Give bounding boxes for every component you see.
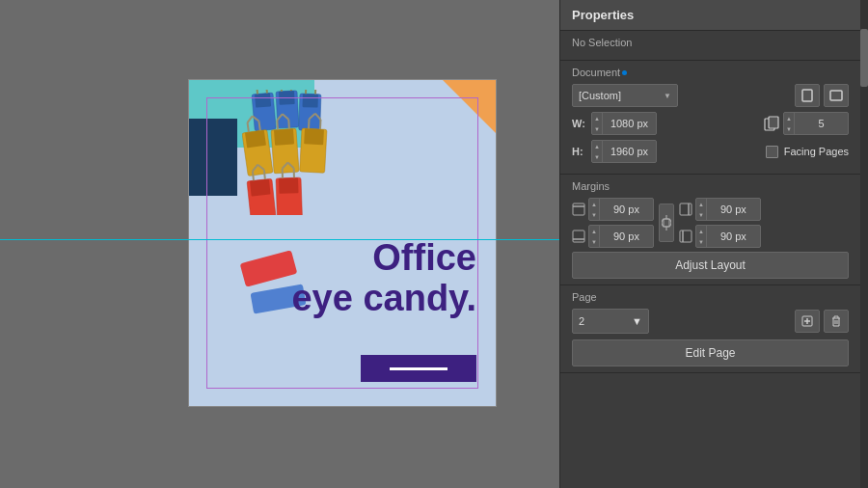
margin-right-up[interactable]: ▲ bbox=[696, 199, 706, 209]
canvas-area: Office eye candy. bbox=[0, 0, 559, 488]
height-up-arrow[interactable]: ▲ bbox=[592, 141, 602, 151]
svg-rect-25 bbox=[274, 128, 294, 145]
svg-line-2 bbox=[257, 90, 258, 94]
height-row: H: ▲ ▼ 1960 px Facing Pages bbox=[572, 140, 849, 163]
width-down-arrow[interactable]: ▼ bbox=[592, 123, 602, 134]
pages-spinner[interactable]: ▲ ▼ 5 bbox=[783, 112, 849, 135]
margin-right-down[interactable]: ▼ bbox=[696, 209, 706, 220]
facing-pages-label: Facing Pages bbox=[784, 146, 849, 157]
margins-link-icon[interactable] bbox=[659, 203, 674, 242]
pages-value: 5 bbox=[795, 118, 848, 129]
svg-line-38 bbox=[253, 171, 254, 180]
height-spinner[interactable]: ▲ ▼ 1960 px bbox=[591, 140, 657, 163]
page-text: Office eye candy. bbox=[291, 238, 476, 319]
width-spinner[interactable]: ▲ ▼ 1080 px bbox=[591, 112, 657, 135]
pages-arrows[interactable]: ▲ ▼ bbox=[784, 113, 795, 134]
svg-line-20 bbox=[248, 122, 249, 132]
svg-line-21 bbox=[258, 121, 259, 130]
margin-bottom-up[interactable]: ▲ bbox=[589, 226, 599, 236]
portrait-icon-btn[interactable] bbox=[795, 84, 820, 107]
purple-bar-line bbox=[390, 367, 448, 370]
clips-svg bbox=[242, 90, 435, 215]
delete-page-button[interactable] bbox=[824, 310, 849, 333]
margin-right-value: 90 px bbox=[707, 203, 760, 215]
add-page-icon bbox=[801, 315, 813, 327]
width-up-arrow[interactable]: ▲ bbox=[592, 113, 602, 123]
page-section-label: Page bbox=[572, 291, 849, 303]
facing-pages-row: Facing Pages bbox=[766, 146, 849, 158]
svg-rect-7 bbox=[279, 91, 295, 105]
margin-right-arrows[interactable]: ▲ ▼ bbox=[696, 199, 707, 220]
width-arrows[interactable]: ▲ ▼ bbox=[592, 113, 603, 134]
margin-top-arrows[interactable]: ▲ ▼ bbox=[589, 199, 600, 220]
horizontal-guide bbox=[0, 239, 559, 240]
pages-icon bbox=[764, 116, 779, 131]
properties-panel: Properties No Selection Document [Custom… bbox=[559, 0, 868, 488]
margins-grid: ▲ ▼ 90 px bbox=[572, 198, 849, 248]
margin-top-spinner[interactable]: ▲ ▼ 90 px bbox=[588, 198, 654, 221]
preset-row: [Custom] ▼ bbox=[572, 84, 849, 107]
no-selection-section: No Selection bbox=[560, 31, 860, 61]
margin-bottom-arrows[interactable]: ▲ ▼ bbox=[589, 226, 600, 247]
margin-top-icon bbox=[572, 203, 585, 216]
margin-left-down[interactable]: ▼ bbox=[696, 236, 706, 247]
adjust-layout-button[interactable]: Adjust Layout bbox=[572, 252, 849, 279]
pages-down-arrow[interactable]: ▼ bbox=[784, 123, 794, 134]
page-select-row: 2 ▼ bbox=[572, 309, 849, 334]
pages-up-arrow[interactable]: ▲ bbox=[784, 113, 794, 123]
margin-left-up[interactable]: ▲ bbox=[696, 226, 706, 236]
width-label: W: bbox=[572, 118, 585, 129]
layout-icons bbox=[795, 84, 849, 107]
margin-bottom-row: ▲ ▼ 90 px bbox=[572, 225, 654, 248]
margin-top-down[interactable]: ▼ bbox=[589, 209, 599, 220]
svg-line-3 bbox=[266, 90, 267, 94]
no-selection-label: No Selection bbox=[572, 37, 849, 48]
delete-page-icon bbox=[830, 315, 842, 327]
document-section-label: Document bbox=[572, 67, 849, 78]
svg-rect-31 bbox=[304, 128, 324, 145]
margin-left-arrows[interactable]: ▲ ▼ bbox=[696, 226, 707, 247]
margin-top-up[interactable]: ▲ bbox=[589, 199, 599, 209]
landscape-icon-btn[interactable] bbox=[824, 84, 849, 107]
purple-bar bbox=[361, 355, 476, 382]
page-number-select[interactable]: 2 ▼ bbox=[572, 309, 649, 334]
landscape-icon bbox=[829, 90, 843, 101]
page-content: Office eye candy. bbox=[189, 80, 496, 406]
margin-left-icon bbox=[679, 230, 692, 243]
margin-top-value: 90 px bbox=[600, 203, 653, 215]
svg-rect-13 bbox=[303, 94, 318, 108]
page-section: Page 2 ▼ bbox=[560, 285, 860, 373]
height-arrows[interactable]: ▲ ▼ bbox=[592, 141, 603, 162]
svg-rect-1 bbox=[255, 93, 271, 107]
facing-pages-checkbox[interactable] bbox=[766, 146, 778, 158]
panel-title: Properties bbox=[560, 0, 868, 31]
height-value: 1960 px bbox=[603, 146, 656, 157]
edit-page-button[interactable]: Edit Page bbox=[572, 339, 849, 366]
blue-rectangle bbox=[189, 119, 237, 196]
scrollbar-thumb[interactable] bbox=[860, 29, 868, 87]
svg-line-39 bbox=[264, 170, 265, 179]
margin-right-spinner[interactable]: ▲ ▼ 90 px bbox=[695, 198, 761, 221]
svg-rect-19 bbox=[245, 130, 266, 149]
margin-bottom-spinner[interactable]: ▲ ▼ 90 px bbox=[588, 225, 654, 248]
page-text-line1: Office bbox=[291, 238, 476, 279]
red-eraser bbox=[240, 250, 298, 286]
height-down-arrow[interactable]: ▼ bbox=[592, 151, 602, 162]
add-page-button[interactable] bbox=[795, 310, 820, 333]
binder-clips bbox=[242, 90, 435, 215]
preset-select[interactable]: [Custom] ▼ bbox=[572, 84, 678, 107]
margin-left-spinner[interactable]: ▲ ▼ 90 px bbox=[695, 225, 761, 248]
svg-rect-43 bbox=[279, 177, 299, 194]
chain-link-icon bbox=[662, 213, 671, 232]
margin-bottom-icon bbox=[572, 230, 585, 243]
margins-left-col: ▲ ▼ 90 px bbox=[572, 198, 654, 248]
orange-triangle bbox=[443, 80, 496, 133]
width-row: W: ▲ ▼ 1080 px ▲ bbox=[572, 112, 849, 135]
panel-scrollbar[interactable] bbox=[860, 0, 868, 488]
page-select-chevron: ▼ bbox=[632, 315, 642, 327]
svg-rect-37 bbox=[250, 179, 271, 197]
margins-label: Margins bbox=[572, 180, 849, 192]
margin-bottom-down[interactable]: ▼ bbox=[589, 236, 599, 247]
svg-rect-57 bbox=[680, 203, 692, 215]
svg-line-32 bbox=[309, 119, 310, 128]
